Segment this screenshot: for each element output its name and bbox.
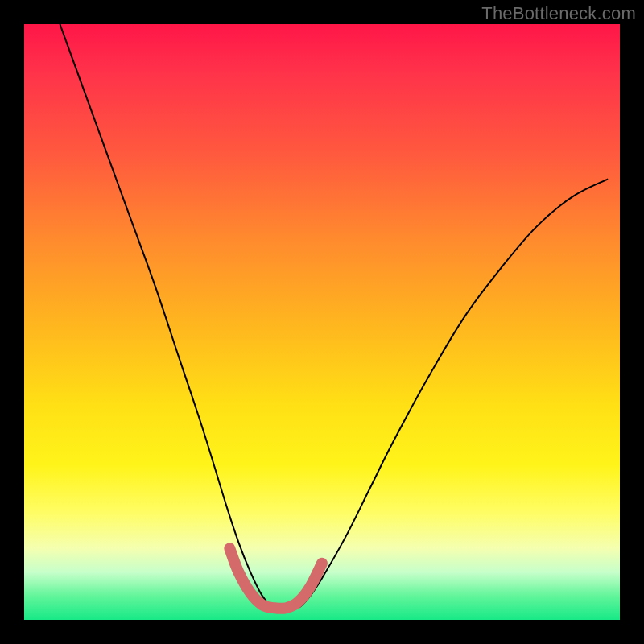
chart-root: TheBottleneck.com <box>0 0 644 644</box>
bottleneck-curve <box>60 24 608 609</box>
watermark-text: TheBottleneck.com <box>481 3 636 24</box>
plot-bottom-border <box>24 620 620 623</box>
plot-area <box>24 24 620 620</box>
curve-layer <box>24 24 620 620</box>
